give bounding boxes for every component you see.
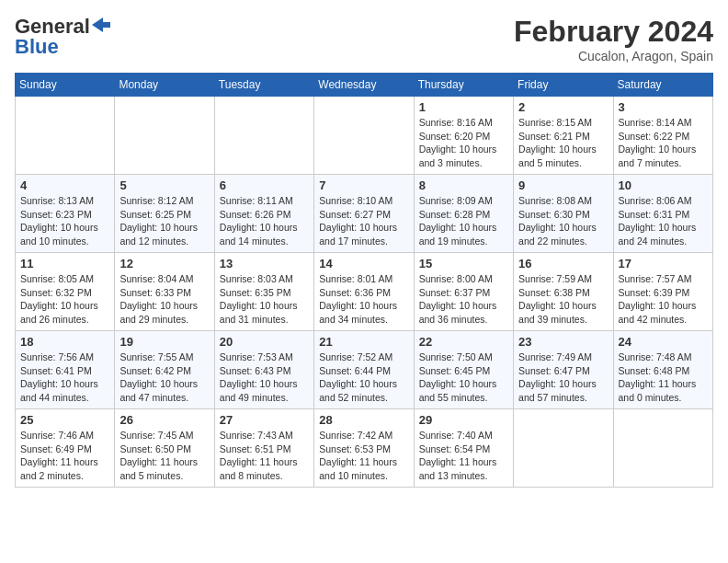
day-number: 16 <box>518 257 608 270</box>
day-number: 23 <box>518 335 608 349</box>
calendar-header-row: SundayMondayTuesdayWednesdayThursdayFrid… <box>16 74 713 97</box>
day-info: Sunrise: 8:16 AMSunset: 6:20 PMDaylight:… <box>419 116 508 170</box>
day-info: Sunrise: 8:12 AMSunset: 6:25 PMDaylight:… <box>119 194 209 248</box>
day-info: Sunrise: 8:01 AMSunset: 6:36 PMDaylight:… <box>319 272 408 327</box>
day-number: 9 <box>518 178 608 192</box>
day-number: 5 <box>119 178 209 192</box>
calendar-cell: 3Sunrise: 8:14 AMSunset: 6:22 PMDaylight… <box>613 97 712 175</box>
day-number: 4 <box>20 178 109 192</box>
title-block: February 2024 Cucalon, Aragon, Spain <box>514 15 713 63</box>
day-info: Sunrise: 7:56 AMSunset: 6:41 PMDaylight:… <box>20 350 109 405</box>
calendar-cell: 14Sunrise: 8:01 AMSunset: 6:36 PMDayligh… <box>314 253 414 331</box>
day-number: 28 <box>319 413 408 427</box>
day-info: Sunrise: 8:06 AMSunset: 6:31 PMDaylight:… <box>619 194 708 248</box>
day-number: 26 <box>119 413 209 427</box>
day-header-tuesday: Tuesday <box>214 74 313 97</box>
logo-arrow-icon <box>92 17 110 32</box>
calendar-cell <box>16 97 115 175</box>
day-header-sunday: Sunday <box>16 74 115 97</box>
calendar-cell: 2Sunrise: 8:15 AMSunset: 6:21 PMDaylight… <box>514 97 613 175</box>
day-info: Sunrise: 7:43 AMSunset: 6:51 PMDaylight:… <box>220 429 309 483</box>
calendar-cell: 16Sunrise: 7:59 AMSunset: 6:38 PMDayligh… <box>514 253 613 331</box>
day-header-thursday: Thursday <box>414 74 513 97</box>
day-header-saturday: Saturday <box>613 74 712 97</box>
calendar-cell: 29Sunrise: 7:40 AMSunset: 6:54 PMDayligh… <box>414 409 513 488</box>
calendar-cell: 5Sunrise: 8:12 AMSunset: 6:25 PMDaylight… <box>115 175 214 253</box>
day-info: Sunrise: 7:42 AMSunset: 6:53 PMDaylight:… <box>319 429 408 483</box>
calendar-cell: 12Sunrise: 8:04 AMSunset: 6:33 PMDayligh… <box>115 253 214 331</box>
day-header-monday: Monday <box>115 74 214 97</box>
calendar-week-row: 25Sunrise: 7:46 AMSunset: 6:49 PMDayligh… <box>16 409 713 488</box>
day-number: 20 <box>220 335 309 349</box>
day-info: Sunrise: 7:45 AMSunset: 6:50 PMDaylight:… <box>119 429 209 483</box>
calendar-cell <box>115 97 214 175</box>
calendar-cell: 11Sunrise: 8:05 AMSunset: 6:32 PMDayligh… <box>16 253 115 331</box>
calendar-cell: 19Sunrise: 7:55 AMSunset: 6:42 PMDayligh… <box>115 331 214 409</box>
day-number: 2 <box>518 100 608 114</box>
calendar-cell: 25Sunrise: 7:46 AMSunset: 6:49 PMDayligh… <box>16 409 115 488</box>
day-info: Sunrise: 8:03 AMSunset: 6:35 PMDaylight:… <box>220 272 309 327</box>
calendar-cell <box>514 409 613 488</box>
calendar-cell: 6Sunrise: 8:11 AMSunset: 6:26 PMDaylight… <box>214 175 313 253</box>
calendar-cell: 26Sunrise: 7:45 AMSunset: 6:50 PMDayligh… <box>115 409 214 488</box>
day-info: Sunrise: 8:15 AMSunset: 6:21 PMDaylight:… <box>518 116 608 170</box>
calendar-cell: 22Sunrise: 7:50 AMSunset: 6:45 PMDayligh… <box>414 331 513 409</box>
main-title: February 2024 <box>514 15 713 49</box>
calendar-week-row: 18Sunrise: 7:56 AMSunset: 6:41 PMDayligh… <box>16 331 713 409</box>
day-number: 29 <box>419 413 508 427</box>
calendar-cell: 20Sunrise: 7:53 AMSunset: 6:43 PMDayligh… <box>214 331 313 409</box>
calendar-cell: 15Sunrise: 8:00 AMSunset: 6:37 PMDayligh… <box>414 253 513 331</box>
day-number: 1 <box>419 100 508 114</box>
calendar-cell: 9Sunrise: 8:08 AMSunset: 6:30 PMDaylight… <box>514 175 613 253</box>
day-info: Sunrise: 8:05 AMSunset: 6:32 PMDaylight:… <box>20 272 109 327</box>
calendar-cell: 1Sunrise: 8:16 AMSunset: 6:20 PMDaylight… <box>414 97 513 175</box>
logo-blue: Blue <box>15 35 59 59</box>
day-number: 7 <box>319 178 408 192</box>
calendar-cell: 7Sunrise: 8:10 AMSunset: 6:27 PMDaylight… <box>314 175 414 253</box>
page-header: General Blue February 2024 Cucalon, Arag… <box>15 15 713 63</box>
day-number: 13 <box>220 257 309 270</box>
calendar-cell <box>314 97 414 175</box>
day-number: 24 <box>619 335 708 349</box>
day-header-wednesday: Wednesday <box>314 74 414 97</box>
calendar-cell <box>613 409 712 488</box>
day-number: 14 <box>319 257 408 270</box>
day-number: 17 <box>619 257 708 270</box>
calendar-cell: 13Sunrise: 8:03 AMSunset: 6:35 PMDayligh… <box>214 253 313 331</box>
calendar-table: SundayMondayTuesdayWednesdayThursdayFrid… <box>15 73 713 488</box>
calendar-cell <box>214 97 313 175</box>
day-info: Sunrise: 7:57 AMSunset: 6:39 PMDaylight:… <box>619 272 708 327</box>
day-number: 21 <box>319 335 408 349</box>
calendar-week-row: 1Sunrise: 8:16 AMSunset: 6:20 PMDaylight… <box>16 97 713 175</box>
day-number: 27 <box>220 413 309 427</box>
calendar-cell: 21Sunrise: 7:52 AMSunset: 6:44 PMDayligh… <box>314 331 414 409</box>
day-info: Sunrise: 7:46 AMSunset: 6:49 PMDaylight:… <box>20 429 109 483</box>
day-number: 10 <box>619 178 708 192</box>
logo: General Blue <box>15 15 110 59</box>
calendar-cell: 17Sunrise: 7:57 AMSunset: 6:39 PMDayligh… <box>613 253 712 331</box>
day-info: Sunrise: 8:11 AMSunset: 6:26 PMDaylight:… <box>220 194 309 248</box>
calendar-cell: 10Sunrise: 8:06 AMSunset: 6:31 PMDayligh… <box>613 175 712 253</box>
day-info: Sunrise: 7:50 AMSunset: 6:45 PMDaylight:… <box>419 350 508 405</box>
day-info: Sunrise: 8:10 AMSunset: 6:27 PMDaylight:… <box>319 194 408 248</box>
calendar-cell: 27Sunrise: 7:43 AMSunset: 6:51 PMDayligh… <box>214 409 313 488</box>
calendar-week-row: 4Sunrise: 8:13 AMSunset: 6:23 PMDaylight… <box>16 175 713 253</box>
calendar-cell: 8Sunrise: 8:09 AMSunset: 6:28 PMDaylight… <box>414 175 513 253</box>
day-number: 6 <box>220 178 309 192</box>
day-number: 15 <box>419 257 508 270</box>
calendar-cell: 24Sunrise: 7:48 AMSunset: 6:48 PMDayligh… <box>613 331 712 409</box>
day-info: Sunrise: 7:55 AMSunset: 6:42 PMDaylight:… <box>119 350 209 405</box>
day-info: Sunrise: 8:13 AMSunset: 6:23 PMDaylight:… <box>20 194 109 248</box>
calendar-cell: 18Sunrise: 7:56 AMSunset: 6:41 PMDayligh… <box>16 331 115 409</box>
day-number: 18 <box>20 335 109 349</box>
calendar-cell: 4Sunrise: 8:13 AMSunset: 6:23 PMDaylight… <box>16 175 115 253</box>
day-info: Sunrise: 8:09 AMSunset: 6:28 PMDaylight:… <box>419 194 508 248</box>
day-header-friday: Friday <box>514 74 613 97</box>
day-number: 19 <box>119 335 209 349</box>
calendar-cell: 28Sunrise: 7:42 AMSunset: 6:53 PMDayligh… <box>314 409 414 488</box>
svg-marker-0 <box>92 17 110 32</box>
day-number: 22 <box>419 335 508 349</box>
day-info: Sunrise: 7:52 AMSunset: 6:44 PMDaylight:… <box>319 350 408 405</box>
day-number: 25 <box>20 413 109 427</box>
day-number: 12 <box>119 257 209 270</box>
